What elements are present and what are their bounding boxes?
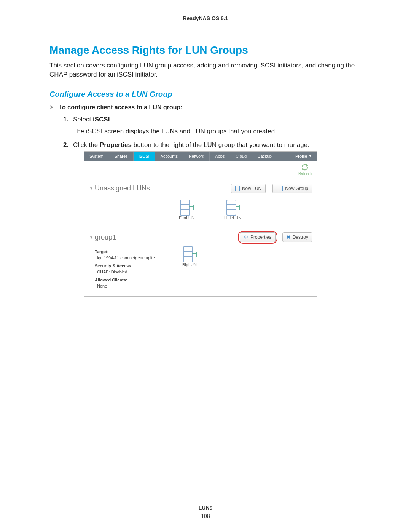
meta-clients-h: Allowed Clients: bbox=[95, 277, 178, 283]
refresh-label: Refresh bbox=[298, 171, 312, 176]
new-group-button[interactable]: New Group bbox=[272, 184, 312, 193]
lun-label: LittleLUN bbox=[224, 215, 241, 221]
lun-item[interactable]: BigLUN bbox=[182, 246, 197, 291]
page-number: 108 bbox=[0, 513, 411, 519]
new-group-icon bbox=[277, 186, 283, 191]
lun-icon bbox=[183, 246, 196, 261]
new-lun-button[interactable]: New LUN bbox=[231, 184, 266, 193]
lun-label: BigLUN bbox=[182, 262, 197, 268]
new-lun-label: New LUN bbox=[242, 185, 261, 192]
lun-label: FunLUN bbox=[179, 215, 194, 221]
lun-item[interactable]: LittleLUN bbox=[224, 200, 241, 221]
properties-label: Properties bbox=[250, 234, 271, 241]
subsection-title: Configure Access to a LUN Group bbox=[49, 90, 362, 99]
step-1-pre: Select bbox=[73, 116, 93, 123]
tab-apps[interactable]: Apps bbox=[210, 152, 230, 161]
lun-icon bbox=[226, 200, 239, 214]
group-meta: Target: iqn.1994-11.com.netgear:jupite S… bbox=[89, 246, 178, 291]
step-1-number: 1. bbox=[63, 115, 68, 125]
new-group-label: New Group bbox=[285, 185, 308, 192]
tab-network[interactable]: Network bbox=[183, 152, 210, 161]
step-1-sub: The iSCSI screen displays the LUNs and L… bbox=[73, 126, 362, 136]
tab-shares[interactable]: Shares bbox=[109, 152, 134, 161]
panel-group1-title: group1 bbox=[95, 232, 116, 243]
meta-security-h: Security & Access bbox=[95, 263, 178, 269]
refresh-icon bbox=[301, 164, 309, 171]
tab-system[interactable]: System bbox=[84, 152, 109, 161]
meta-clients-v: None bbox=[97, 283, 178, 289]
step-2: 2. Click the Properties button to the ri… bbox=[63, 140, 362, 297]
refresh-button[interactable]: Refresh bbox=[298, 164, 312, 176]
doc-product-header: ReadyNAS OS 6.1 bbox=[49, 15, 362, 21]
step-2-post: button to the right of the LUN group tha… bbox=[132, 141, 309, 149]
nav-tabs: System Shares iSCSI Accounts Network App… bbox=[84, 152, 317, 161]
meta-target-h: Target: bbox=[95, 249, 178, 255]
properties-button[interactable]: ⚙ Properties bbox=[240, 232, 276, 242]
tab-profile[interactable]: Profile ▼ bbox=[290, 152, 317, 161]
procedure-arrow-icon: ➤ bbox=[49, 104, 54, 110]
toolbar: Refresh bbox=[84, 161, 317, 179]
tab-accounts[interactable]: Accounts bbox=[155, 152, 183, 161]
lun-icon bbox=[180, 200, 193, 214]
step-1: 1. Select iSCSI. The iSCSI screen displa… bbox=[63, 115, 362, 136]
step-1-post: . bbox=[110, 116, 112, 123]
step-2-number: 2. bbox=[63, 140, 68, 150]
section-title: Manage Access Rights for LUN Groups bbox=[49, 44, 362, 56]
tab-backup[interactable]: Backup bbox=[252, 152, 277, 161]
collapse-icon[interactable]: ▼ bbox=[89, 185, 93, 191]
tab-iscsi[interactable]: iSCSI bbox=[134, 152, 155, 161]
panel-group1: ▼ group1 ⚙ Properties ✖ Destroy bbox=[84, 228, 317, 296]
procedure-label: To configure client access to a LUN grou… bbox=[59, 104, 182, 110]
panel-unassigned: ▼ Unassigned LUNs New LUN New Group bbox=[84, 179, 317, 228]
chevron-down-icon: ▼ bbox=[309, 152, 312, 161]
new-lun-icon bbox=[235, 186, 240, 191]
tab-profile-label: Profile bbox=[295, 152, 307, 161]
destroy-icon: ✖ bbox=[287, 234, 290, 241]
collapse-icon[interactable]: ▼ bbox=[89, 235, 93, 240]
step-1-bold: iSCSI bbox=[93, 116, 110, 123]
step-2-pre: Click the bbox=[73, 141, 100, 149]
meta-target-v: iqn.1994-11.com.netgear:jupite bbox=[97, 255, 178, 261]
section-lead: This section covers configuring LUN grou… bbox=[49, 61, 362, 79]
tab-cloud[interactable]: Cloud bbox=[230, 152, 252, 161]
destroy-label: Destroy bbox=[293, 234, 308, 241]
lun-item[interactable]: FunLUN bbox=[179, 200, 194, 221]
embedded-screenshot: System Shares iSCSI Accounts Network App… bbox=[84, 151, 317, 297]
panel-unassigned-title: Unassigned LUNs bbox=[95, 183, 150, 193]
procedure-heading: ➤ To configure client access to a LUN gr… bbox=[49, 104, 362, 111]
destroy-button[interactable]: ✖ Destroy bbox=[282, 232, 312, 242]
meta-security-v: CHAP: Disabled bbox=[97, 269, 178, 275]
footer-section-label: LUNs bbox=[0, 505, 411, 511]
step-2-bold: Properties bbox=[100, 141, 132, 149]
footer-rule bbox=[49, 502, 362, 502]
gear-icon: ⚙ bbox=[244, 234, 248, 241]
